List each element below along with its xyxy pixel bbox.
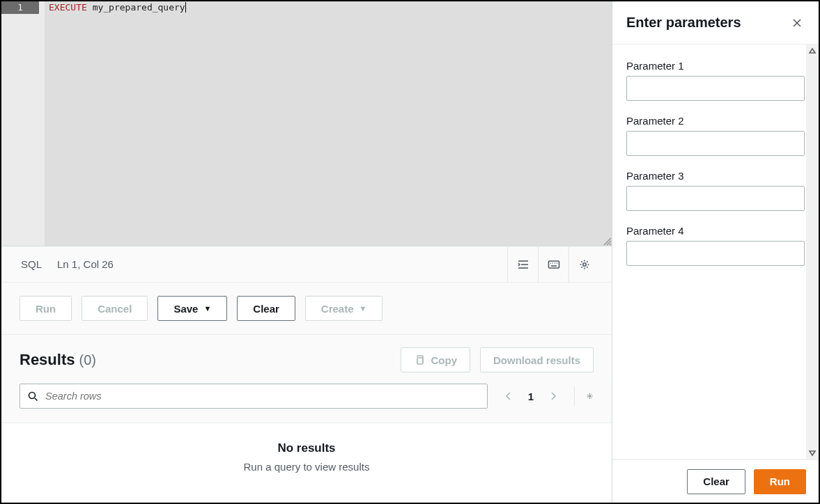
- scrollbar-track[interactable]: [806, 45, 819, 459]
- results-settings-icon[interactable]: [574, 386, 594, 406]
- results-toolbar: 1: [1, 379, 612, 423]
- clear-button[interactable]: Clear: [237, 296, 295, 321]
- editor-statusbar: SQL Ln 1, Col 26: [1, 246, 612, 283]
- search-input[interactable]: [45, 391, 480, 402]
- param-label: Parameter 2: [626, 115, 805, 127]
- svg-point-14: [29, 393, 36, 399]
- svg-point-12: [582, 262, 585, 265]
- svg-line-15: [35, 398, 38, 401]
- panel-footer: Clear Run: [612, 459, 819, 503]
- sql-keyword: EXECUTE: [49, 2, 87, 13]
- param-field-3: Parameter 3: [626, 170, 805, 211]
- param-field-4: Parameter 4: [626, 225, 805, 266]
- editor-gutter: 1: [1, 1, 45, 246]
- language-label: SQL: [21, 258, 42, 270]
- panel-title: Enter parameters: [626, 15, 789, 31]
- editor-content[interactable]: EXECUTE my_prepared_query: [45, 1, 612, 246]
- create-button[interactable]: Create▼: [305, 296, 383, 321]
- svg-rect-13: [417, 358, 423, 364]
- pagination: 1: [502, 389, 560, 403]
- panel-header: Enter parameters: [612, 1, 819, 45]
- param-input-3[interactable]: [626, 186, 805, 211]
- line-number: 1: [1, 1, 39, 14]
- svg-line-2: [610, 244, 611, 245]
- search-rows[interactable]: [20, 384, 488, 409]
- close-icon[interactable]: [789, 15, 805, 31]
- param-label: Parameter 4: [626, 225, 805, 237]
- create-label: Create: [321, 303, 354, 315]
- panel-run-button[interactable]: Run: [754, 469, 806, 494]
- panel-clear-button[interactable]: Clear: [687, 469, 745, 494]
- save-label: Save: [173, 303, 198, 315]
- search-icon: [27, 391, 38, 402]
- scroll-down-icon[interactable]: [806, 447, 819, 459]
- copy-button[interactable]: Copy: [401, 347, 470, 372]
- panel-body-wrap: Parameter 1 Parameter 2 Parameter 3 Para…: [612, 45, 819, 459]
- settings-icon[interactable]: [568, 246, 599, 283]
- resize-handle-icon[interactable]: [602, 236, 612, 246]
- run-button[interactable]: Run: [20, 296, 72, 321]
- panel-body[interactable]: Parameter 1 Parameter 2 Parameter 3 Para…: [612, 45, 819, 459]
- scroll-up-icon[interactable]: [806, 45, 819, 57]
- app-root: 1 EXECUTE my_prepared_query SQL Ln 1, Co…: [0, 0, 820, 504]
- results-header: Results (0) Copy Download results: [1, 335, 612, 379]
- code-editor[interactable]: 1 EXECUTE my_prepared_query: [1, 1, 612, 246]
- cursor-position: Ln 1, Col 26: [57, 258, 114, 270]
- results-empty: No results Run a query to view results: [1, 423, 612, 503]
- page-next-icon[interactable]: [546, 389, 560, 403]
- param-label: Parameter 1: [626, 60, 805, 72]
- keyboard-icon[interactable]: [538, 246, 568, 283]
- download-label: Download results: [493, 354, 580, 366]
- page-prev-icon[interactable]: [502, 389, 516, 403]
- param-field-1: Parameter 1: [626, 60, 805, 101]
- action-bar: Run Cancel Save▼ Clear Create▼: [1, 283, 612, 335]
- caret-down-icon: ▼: [203, 304, 211, 313]
- results-count: (0): [79, 352, 95, 368]
- no-results-sub: Run a query to view results: [244, 461, 370, 473]
- results-title: Results: [20, 351, 75, 369]
- svg-marker-19: [810, 49, 815, 53]
- svg-marker-20: [810, 451, 815, 455]
- copy-label: Copy: [431, 354, 457, 366]
- param-input-4[interactable]: [626, 241, 805, 266]
- no-results-title: No results: [277, 441, 335, 455]
- sql-identifier: my_prepared_query: [93, 2, 185, 13]
- text-cursor: [185, 2, 186, 13]
- caret-down-icon: ▼: [359, 304, 367, 313]
- param-field-2: Parameter 2: [626, 115, 805, 156]
- svg-rect-6: [548, 261, 559, 268]
- download-button[interactable]: Download results: [480, 347, 594, 372]
- svg-point-16: [589, 395, 591, 397]
- param-input-2[interactable]: [626, 131, 805, 156]
- parameters-panel: Enter parameters Parameter 1 Parameter 2…: [612, 1, 819, 503]
- param-label: Parameter 3: [626, 170, 805, 182]
- page-number: 1: [528, 391, 534, 402]
- param-input-1[interactable]: [626, 76, 805, 101]
- cancel-button[interactable]: Cancel: [82, 296, 148, 321]
- copy-icon: [414, 354, 425, 365]
- format-icon[interactable]: [507, 246, 538, 283]
- main-pane: 1 EXECUTE my_prepared_query SQL Ln 1, Co…: [1, 1, 612, 503]
- save-button[interactable]: Save▼: [157, 296, 227, 321]
